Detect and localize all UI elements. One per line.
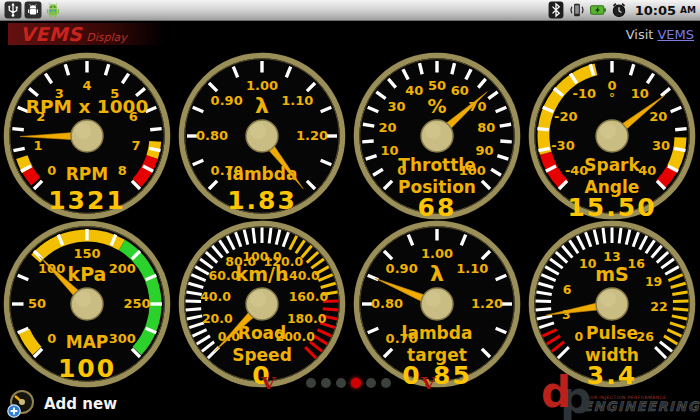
scale-label: 180.0 bbox=[287, 311, 327, 326]
scale-label: 80 bbox=[477, 120, 495, 135]
gauge-lambda[interactable]: 0.700.800.901.001.101.20λlambda1.83 bbox=[174, 48, 350, 224]
scale-label: -10 bbox=[572, 86, 596, 101]
gauge-title: Spark bbox=[584, 155, 640, 175]
warning-band bbox=[28, 170, 36, 181]
gauge-unit: % bbox=[427, 95, 446, 117]
status-bar-right: 10:05 AM bbox=[547, 1, 696, 19]
dp-engineering-logo: d p FOR INJECTION PERFORMANCE ENGINEERIN… bbox=[533, 378, 698, 420]
page-dot-active[interactable] bbox=[351, 378, 361, 388]
gauge-throttle-position[interactable]: 0102030405060708090100%ThrottlePosition6… bbox=[349, 48, 525, 224]
gauge-title: Pulse bbox=[586, 323, 638, 343]
scale-label: -30 bbox=[551, 138, 575, 153]
vibrate-icon bbox=[568, 1, 586, 19]
bluetooth-icon bbox=[547, 1, 565, 19]
scale-label: 30 bbox=[652, 138, 670, 153]
gauge-title: Throttle bbox=[398, 155, 475, 175]
gauge-rpm[interactable]: 012345678RPM x 1000RPM1321 bbox=[0, 48, 175, 224]
scale-label: 20 bbox=[379, 120, 397, 135]
gauge-pulse-width[interactable]: 036101316192226mSPulsewidth3.4 bbox=[524, 216, 700, 392]
gauge-unit: λ bbox=[255, 93, 269, 118]
visit-text: Visit bbox=[626, 27, 654, 42]
scale-label: 50 bbox=[28, 296, 46, 311]
status-bar: 10:05 AM bbox=[0, 0, 700, 21]
gauge-unit: kPa bbox=[68, 263, 107, 285]
gauge-title: Road bbox=[238, 323, 286, 343]
gauge-road-speed[interactable]: 0.020.040.060.080.0100.0120.0140.0160.01… bbox=[174, 216, 350, 392]
scale-label: 0.80 bbox=[196, 128, 228, 143]
gauge-value: 100 bbox=[58, 354, 116, 383]
battery-icon bbox=[589, 1, 607, 19]
gauge-unit: mS bbox=[595, 263, 628, 285]
scale-label: 26 bbox=[637, 329, 655, 344]
scale-label: 1.00 bbox=[246, 78, 278, 93]
scale-label: 0 bbox=[47, 331, 56, 346]
page-indicator bbox=[306, 378, 391, 388]
page-dot[interactable] bbox=[366, 378, 376, 388]
scale-label: 0.90 bbox=[386, 261, 418, 276]
gauge-value: 1.83 bbox=[227, 186, 297, 215]
scale-label: 50 bbox=[428, 78, 446, 93]
dp-logo-d: d bbox=[541, 372, 571, 414]
android-app-icon bbox=[44, 1, 62, 19]
scale-label: 10 bbox=[380, 143, 398, 158]
gauge-unit: km/h bbox=[236, 263, 289, 285]
scale-label: 1.10 bbox=[281, 93, 313, 108]
scale-label: 4 bbox=[82, 78, 91, 93]
page-dot[interactable] bbox=[306, 378, 316, 388]
scale-label: 160.0 bbox=[289, 289, 329, 304]
scale-label: 20.0 bbox=[202, 311, 233, 326]
gauge-unit: ° bbox=[609, 91, 615, 105]
scale-label: 8 bbox=[118, 163, 127, 178]
gauge-lambda-target[interactable]: 0.700.800.901.001.101.20λlambdatarget0.8… bbox=[349, 216, 525, 392]
gauge-value: 1321 bbox=[48, 186, 126, 215]
scale-label: 1.20 bbox=[296, 128, 328, 143]
scale-label: 6 bbox=[563, 282, 572, 297]
scale-label: 1 bbox=[33, 138, 42, 153]
scale-label: 10 bbox=[631, 86, 649, 101]
scale-label: 16 bbox=[628, 256, 646, 271]
scale-label: 20 bbox=[649, 109, 667, 124]
footer-bar: Add new V V d p FOR INJECTION PERFORMANC… bbox=[0, 386, 700, 420]
clock-meridiem: AM bbox=[680, 5, 696, 15]
status-bar-left bbox=[4, 1, 62, 19]
vems-v-marker-right: V bbox=[421, 375, 436, 392]
scale-label: 300 bbox=[109, 331, 136, 346]
gauge-unit: RPM x 1000 bbox=[26, 96, 149, 117]
scale-label: 7 bbox=[132, 138, 141, 153]
vems-v-marker-left: V bbox=[261, 375, 276, 392]
visit-vems: VisitVEMS bbox=[626, 27, 694, 42]
vems-display-logo: VEMS Display bbox=[8, 23, 166, 45]
gauge-map[interactable]: 050100150200250300kPaMAP100 bbox=[0, 216, 175, 392]
vems-link[interactable]: VEMS bbox=[657, 27, 694, 42]
scale-label: 1.10 bbox=[456, 261, 488, 276]
dp-engineering-text: ENGINEERING bbox=[583, 400, 700, 413]
clock-time: 10:05 bbox=[635, 3, 676, 18]
scale-label: 40 bbox=[405, 83, 423, 98]
add-new-label: Add new bbox=[44, 395, 117, 413]
scale-label: 0.80 bbox=[371, 296, 403, 311]
scale-label: -20 bbox=[554, 109, 578, 124]
scale-label: 13 bbox=[603, 249, 620, 264]
page-dot[interactable] bbox=[381, 378, 391, 388]
scale-label: 40.0 bbox=[200, 289, 231, 304]
scale-label: 40 bbox=[638, 163, 656, 178]
scale-label: 19 bbox=[645, 274, 662, 289]
gauge-title: lambda bbox=[402, 323, 473, 343]
scale-label: 1.00 bbox=[421, 246, 453, 261]
scale-label: 0 bbox=[574, 329, 583, 344]
scale-label: 150 bbox=[73, 246, 100, 261]
scale-label: 250 bbox=[123, 296, 150, 311]
add-new-button[interactable]: Add new bbox=[6, 390, 117, 418]
scale-label: 60 bbox=[451, 83, 469, 98]
page-dot[interactable] bbox=[336, 378, 346, 388]
scale-label: 30 bbox=[388, 99, 406, 114]
alarm-icon bbox=[610, 1, 628, 19]
gauge-title: RPM bbox=[66, 164, 108, 184]
vems-logo-text: VEMS bbox=[20, 25, 82, 44]
page-dot[interactable] bbox=[321, 378, 331, 388]
scale-label: 90 bbox=[476, 143, 494, 158]
gauge-spark-angle[interactable]: -40-30-20-10010203040°SparkAngle15.50 bbox=[524, 48, 700, 224]
scale-label: 10 bbox=[579, 256, 597, 271]
gauge-unit: λ bbox=[430, 261, 444, 286]
gauge-title: MAP bbox=[66, 332, 109, 352]
